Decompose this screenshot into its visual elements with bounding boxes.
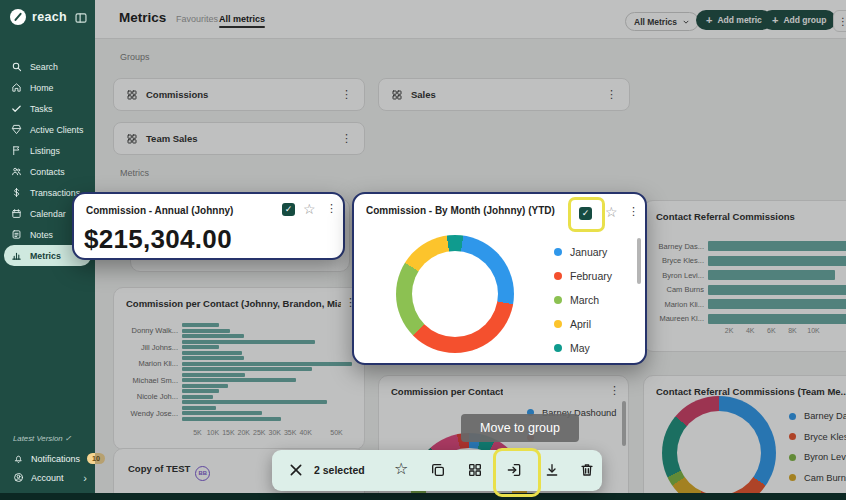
sidebar-item-label: Metrics (30, 251, 61, 261)
legend-dot (554, 248, 562, 256)
chevron-right-icon: › (83, 472, 87, 484)
card-checkbox-checked[interactable]: ✓ (579, 207, 592, 220)
sidebar-item-label: Tasks (30, 104, 53, 114)
sidebar-item-listings[interactable]: Listings (0, 140, 95, 161)
flag-icon (11, 145, 22, 156)
add-to-dashboard-icon[interactable] (467, 462, 483, 478)
chart-legend: JanuaryFebruaryMarchAprilMay (554, 240, 612, 360)
card-title: Commission - By Month (Johnny) (YTD) (366, 205, 555, 216)
sidebar-item-label: Notes (30, 230, 53, 240)
collapse-sidebar-icon[interactable] (74, 11, 88, 25)
kebab-menu-icon[interactable]: ⋮ (628, 206, 639, 217)
legend-item[interactable]: March (554, 288, 612, 312)
diamond-icon (11, 124, 22, 135)
legend-label: January (570, 246, 607, 258)
favourite-star-icon[interactable]: ☆ (303, 202, 316, 216)
legend-scrollbar[interactable] (637, 238, 641, 284)
version-label: Latest Version ✓ (0, 434, 95, 449)
move-to-group-tooltip: Move to group (461, 414, 579, 442)
kebab-menu-icon[interactable]: ⋮ (326, 203, 337, 214)
reach-logo-icon (10, 9, 26, 25)
legend-dot (554, 272, 562, 280)
sidebar-item-search[interactable]: Search (0, 56, 95, 77)
dollar-icon (11, 187, 22, 198)
sidebar-item-label: Calendar (30, 209, 66, 219)
sidebar-item-account[interactable]: Account › (0, 468, 95, 487)
close-selection-icon[interactable] (288, 462, 304, 478)
legend-item[interactable]: January (554, 240, 612, 264)
legend-dot (554, 320, 562, 328)
duplicate-icon[interactable] (430, 462, 446, 478)
card-checkbox-checked[interactable]: ✓ (282, 203, 295, 216)
calendar-icon (11, 208, 22, 219)
download-icon[interactable] (544, 462, 560, 478)
sidebar-item-label: Listings (30, 146, 60, 156)
app-logo[interactable]: reach (10, 9, 67, 25)
selection-toolbar: 2 selected ☆ (272, 450, 602, 491)
version-check-icon: ✓ (65, 434, 72, 443)
metric-card-commission-by-month-selected[interactable]: Commission - By Month (Johnny) (YTD) ✓ ☆… (352, 192, 647, 365)
app-frame: reach SearchHomeTasksActive ClientsListi… (0, 0, 846, 493)
legend-dot (554, 344, 562, 352)
notifications-label: Notifications (31, 454, 80, 464)
sidebar-item-label: Home (30, 83, 53, 93)
sidebar-item-label: Contacts (30, 167, 65, 177)
sidebar-item-tasks[interactable]: Tasks (0, 98, 95, 119)
delete-icon[interactable] (579, 462, 595, 478)
legend-label: March (570, 294, 599, 306)
people-icon (11, 166, 22, 177)
legend-item[interactable]: February (554, 264, 612, 288)
legend-item[interactable]: April (554, 312, 612, 336)
home-icon (11, 82, 22, 93)
sidebar-item-notifications[interactable]: Notifications 10 (0, 449, 95, 468)
selected-count-label: 2 selected (314, 464, 365, 476)
logo-text: reach (32, 10, 67, 24)
legend-dot (554, 296, 562, 304)
version-text: Latest Version (13, 434, 63, 443)
sidebar-item-label: Search (30, 62, 58, 72)
search-icon (11, 61, 22, 72)
metric-value: $215,304.00 (84, 224, 232, 255)
check-icon (11, 103, 22, 114)
note-icon (11, 229, 22, 240)
sidebar-item-home[interactable]: Home (0, 77, 95, 98)
sidebar-item-active-clients[interactable]: Active Clients (0, 119, 95, 140)
chart-icon (11, 250, 22, 261)
sidebar-item-label: Transactions (30, 188, 80, 198)
legend-item[interactable]: May (554, 336, 612, 360)
favourite-star-icon[interactable]: ☆ (394, 461, 408, 477)
donut-chart (396, 235, 514, 353)
sidebar-footer: Latest Version ✓ Notifications 10 Accoun… (0, 434, 95, 487)
card-title: Commission - Annual (Johnny) (86, 205, 233, 216)
move-to-group-icon[interactable] (506, 462, 522, 478)
account-icon (13, 472, 24, 483)
bell-icon (13, 453, 24, 464)
account-label: Account (31, 473, 64, 483)
legend-label: May (570, 342, 590, 354)
sidebar-item-contacts[interactable]: Contacts (0, 161, 95, 182)
favourite-star-icon[interactable]: ☆ (605, 205, 618, 219)
sidebar-item-label: Active Clients (30, 125, 83, 135)
legend-label: February (570, 270, 612, 282)
metric-card-commission-annual-selected[interactable]: Commission - Annual (Johnny) ✓ ☆ ⋮ $215,… (72, 192, 345, 260)
legend-label: April (570, 318, 591, 330)
